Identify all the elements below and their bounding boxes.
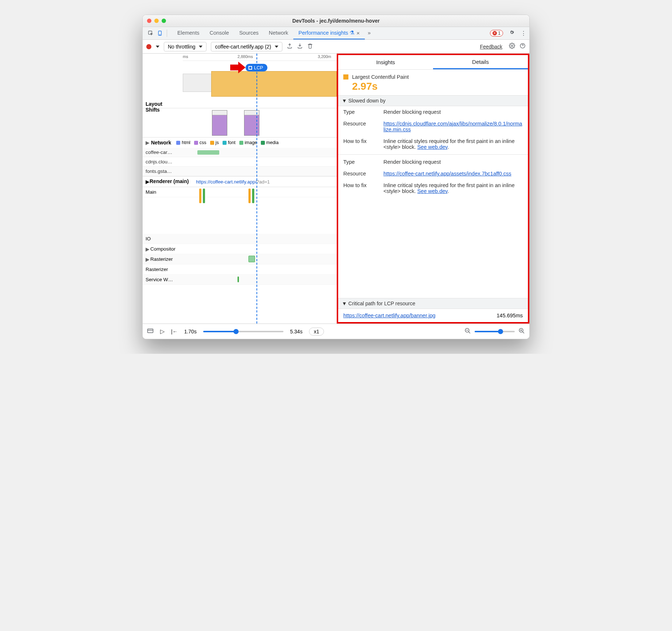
settings-icon[interactable] <box>506 30 518 37</box>
webdev-link[interactable]: See web.dev <box>417 188 448 194</box>
titlebar: DevTools - jec.fyi/demo/menu-hover <box>143 15 529 27</box>
track-rasterizer-2[interactable]: Rasterizer <box>143 264 337 275</box>
feedback-link[interactable]: Feedback <box>480 44 502 50</box>
layout-shift-thumbnail[interactable] <box>212 110 227 136</box>
tab-insights-right[interactable]: Insights <box>338 55 433 69</box>
lcp-value: 2.97s <box>352 81 523 92</box>
renderer-url[interactable]: https://coffee-cart.netlify.app/?ad=1 <box>196 179 270 185</box>
track-rasterizer[interactable]: ▶Rasterizer <box>143 254 337 264</box>
lcp-resource-link[interactable]: https://coffee-cart.netlify.app/banner.j… <box>343 313 436 318</box>
svg-rect-5 <box>148 329 153 333</box>
more-tabs-icon[interactable]: » <box>365 27 374 39</box>
svg-line-11 <box>522 332 524 333</box>
devtools-window: DevTools - jec.fyi/demo/menu-hover Eleme… <box>142 15 530 339</box>
details-panel: Insights Details Largest Contentful Pain… <box>337 54 529 324</box>
network-header: Network <box>151 140 171 146</box>
import-icon[interactable] <box>297 43 303 50</box>
close-tab-icon[interactable]: × <box>356 30 360 36</box>
recording-select[interactable]: coffee-cart.netlify.app (2) <box>211 42 282 51</box>
network-section: ▶ Network html css js font image media c… <box>143 138 337 177</box>
help-icon[interactable] <box>520 43 526 50</box>
preview-toggle-icon[interactable] <box>147 328 154 334</box>
collapse-icon: ▼ <box>342 301 347 306</box>
expand-icon[interactable]: ▶ <box>146 179 150 185</box>
rewind-icon[interactable]: |← <box>171 329 178 334</box>
timeline-header-area: ms 2,880ms 3,200m LCP Layout Shifts <box>143 54 337 108</box>
tab-details-right[interactable]: Details <box>433 55 528 69</box>
play-icon[interactable]: ▷ <box>160 328 165 335</box>
zoom-out-icon[interactable] <box>464 328 471 335</box>
error-badge[interactable]: ✕1 <box>490 30 503 36</box>
resource-link[interactable]: https://cdnjs.cloudflare.com/ajax/libs/n… <box>383 121 522 132</box>
export-icon[interactable] <box>287 43 293 50</box>
playback-footer: ▷ |← 1.70s 5.34s x1 <box>143 324 529 339</box>
device-toggle-icon[interactable] <box>157 30 163 36</box>
speed-pill[interactable]: x1 <box>309 328 324 336</box>
inspect-icon[interactable] <box>148 30 154 36</box>
section-slowed-down[interactable]: ▼Slowed down by <box>338 95 528 106</box>
tab-network[interactable]: Network <box>264 27 293 39</box>
playback-start-time: 1.70s <box>184 329 197 334</box>
network-row[interactable]: cdnjs.clou… <box>143 157 337 167</box>
playback-end-time: 5.34s <box>290 329 302 334</box>
resource-link[interactable]: https://coffee-cart.netlify.app/assets/i… <box>383 171 511 177</box>
record-button[interactable] <box>146 44 151 49</box>
track-io[interactable]: IO <box>143 234 337 244</box>
svg-line-8 <box>468 332 470 333</box>
kebab-menu-icon[interactable]: ⋮ <box>518 30 529 37</box>
tab-console[interactable]: Console <box>204 27 234 39</box>
annotation-arrow-icon <box>229 60 247 76</box>
lcp-summary: Largest Contentful Paint 2.97s <box>338 70 528 95</box>
tab-sources[interactable]: Sources <box>234 27 264 39</box>
delete-icon[interactable] <box>307 43 313 50</box>
track-compositor[interactable]: ▶Compositor <box>143 244 337 254</box>
renderer-header: Renderer (main) <box>150 179 189 184</box>
network-legend: html css js font image media <box>176 140 278 145</box>
zoom-in-icon[interactable] <box>518 328 525 335</box>
panel-tabs: Elements Console Sources Network Perform… <box>143 27 529 40</box>
lcp-resource-time: 145.695ms <box>497 313 523 318</box>
playback-slider[interactable] <box>203 331 283 332</box>
lcp-color-icon <box>343 74 348 80</box>
expand-icon[interactable]: ▶ <box>146 140 150 146</box>
layout-shift-thumbnail[interactable] <box>244 110 259 136</box>
renderer-section: ▶ Renderer (main) https://coffee-cart.ne… <box>143 177 337 285</box>
webdev-link[interactable]: See web.dev <box>417 144 448 150</box>
track-service-worker[interactable]: Service W… <box>143 275 337 285</box>
section-critical-path[interactable]: ▼Critical path for LCP resource <box>338 298 528 309</box>
throttling-select[interactable]: No throttling <box>164 42 206 51</box>
track-main[interactable]: Main <box>143 187 337 197</box>
svg-point-3 <box>511 45 513 46</box>
lcp-badge[interactable]: LCP <box>246 64 267 71</box>
main-body: ms 2,880ms 3,200m LCP Layout Shifts <box>143 54 529 324</box>
insights-toolbar: No throttling coffee-cart.netlify.app (2… <box>143 40 529 54</box>
timeline-panel: ms 2,880ms 3,200m LCP Layout Shifts <box>143 54 337 324</box>
settings-gear-icon[interactable] <box>509 43 515 50</box>
time-ruler: ms 2,880ms 3,200m <box>183 54 337 61</box>
collapse-icon: ▼ <box>342 98 347 104</box>
tab-elements[interactable]: Elements <box>172 27 204 39</box>
zoom-slider[interactable] <box>475 331 515 332</box>
network-row[interactable]: coffee-car… <box>143 148 337 157</box>
tab-performance-insights[interactable]: Performance insights ⚗ × <box>293 27 365 39</box>
window-title: DevTools - jec.fyi/demo/menu-hover <box>143 18 529 24</box>
record-menu-icon[interactable] <box>156 46 159 48</box>
details-tabs: Insights Details <box>338 55 528 70</box>
network-row[interactable]: fonts.gsta… <box>143 167 337 176</box>
